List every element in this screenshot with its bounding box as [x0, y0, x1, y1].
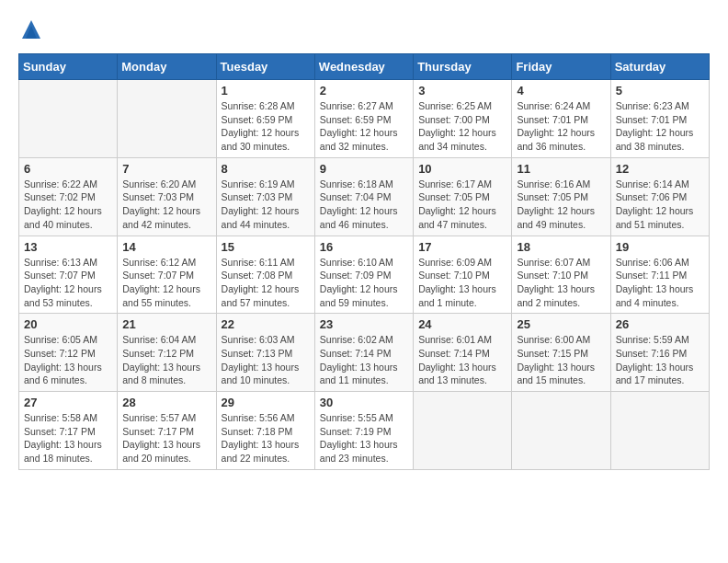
day-number: 29	[222, 396, 310, 409]
calendar-cell: 11Sunrise: 6:16 AMSunset: 7:05 PMDayligh…	[512, 157, 610, 236]
day-number: 23	[320, 317, 408, 331]
day-info: Sunrise: 6:04 AMSunset: 7:12 PMDaylight:…	[122, 333, 210, 387]
logo-icon	[18, 18, 44, 44]
calendar-cell: 7Sunrise: 6:20 AMSunset: 7:03 PMDaylight…	[118, 157, 216, 236]
calendar-cell	[610, 392, 709, 470]
calendar-cell: 21Sunrise: 6:04 AMSunset: 7:12 PMDayligh…	[118, 314, 216, 392]
day-number: 16	[320, 240, 408, 254]
day-number: 11	[517, 162, 605, 176]
day-info: Sunrise: 6:09 AMSunset: 7:10 PMDaylight:…	[418, 256, 506, 310]
day-info: Sunrise: 6:13 AMSunset: 7:07 PMDaylight:…	[24, 256, 112, 310]
day-number: 22	[222, 317, 310, 331]
calendar-week-row: 13Sunrise: 6:13 AMSunset: 7:07 PMDayligh…	[19, 236, 710, 314]
day-info: Sunrise: 6:12 AMSunset: 7:07 PMDaylight:…	[122, 256, 210, 310]
calendar-cell: 26Sunrise: 5:59 AMSunset: 7:16 PMDayligh…	[610, 314, 709, 392]
day-info: Sunrise: 6:14 AMSunset: 7:06 PMDaylight:…	[616, 178, 704, 232]
day-info: Sunrise: 6:02 AMSunset: 7:14 PMDaylight:…	[320, 333, 408, 387]
day-number: 2	[320, 84, 408, 98]
calendar-cell: 12Sunrise: 6:14 AMSunset: 7:06 PMDayligh…	[610, 157, 709, 236]
day-number: 18	[517, 240, 605, 254]
logo	[18, 18, 48, 44]
day-number: 9	[320, 162, 408, 176]
day-number: 24	[418, 317, 506, 331]
col-friday: Friday	[512, 54, 610, 80]
day-number: 14	[122, 240, 210, 254]
day-number: 19	[616, 240, 704, 254]
day-number: 21	[122, 317, 210, 331]
calendar-cell: 23Sunrise: 6:02 AMSunset: 7:14 PMDayligh…	[314, 314, 413, 392]
col-thursday: Thursday	[414, 54, 512, 80]
calendar-cell	[414, 392, 512, 470]
col-tuesday: Tuesday	[216, 54, 314, 80]
day-info: Sunrise: 6:06 AMSunset: 7:11 PMDaylight:…	[616, 256, 704, 310]
day-number: 6	[24, 162, 112, 176]
day-number: 25	[517, 317, 605, 331]
calendar-cell: 20Sunrise: 6:05 AMSunset: 7:12 PMDayligh…	[19, 314, 118, 392]
col-wednesday: Wednesday	[314, 54, 413, 80]
day-info: Sunrise: 6:24 AMSunset: 7:01 PMDaylight:…	[517, 99, 605, 154]
day-info: Sunrise: 6:16 AMSunset: 7:05 PMDaylight:…	[517, 178, 605, 232]
day-number: 20	[24, 317, 112, 331]
day-info: Sunrise: 6:19 AMSunset: 7:03 PMDaylight:…	[222, 178, 310, 232]
page-header	[18, 18, 710, 44]
calendar-week-row: 6Sunrise: 6:22 AMSunset: 7:02 PMDaylight…	[19, 157, 710, 236]
day-number: 7	[122, 162, 210, 176]
day-number: 17	[418, 240, 506, 254]
calendar-cell	[512, 392, 610, 470]
calendar-week-row: 20Sunrise: 6:05 AMSunset: 7:12 PMDayligh…	[19, 314, 710, 392]
day-number: 3	[418, 84, 506, 98]
calendar-cell: 28Sunrise: 5:57 AMSunset: 7:17 PMDayligh…	[118, 392, 216, 470]
calendar-cell: 4Sunrise: 6:24 AMSunset: 7:01 PMDaylight…	[512, 80, 610, 158]
day-number: 15	[222, 240, 310, 254]
calendar-cell: 19Sunrise: 6:06 AMSunset: 7:11 PMDayligh…	[610, 236, 709, 314]
col-monday: Monday	[118, 54, 216, 80]
day-info: Sunrise: 6:20 AMSunset: 7:03 PMDaylight:…	[122, 178, 210, 232]
calendar-cell: 15Sunrise: 6:11 AMSunset: 7:08 PMDayligh…	[216, 236, 314, 314]
calendar-cell: 29Sunrise: 5:56 AMSunset: 7:18 PMDayligh…	[216, 392, 314, 470]
day-number: 27	[24, 396, 112, 409]
day-info: Sunrise: 6:11 AMSunset: 7:08 PMDaylight:…	[222, 256, 310, 310]
calendar-cell: 10Sunrise: 6:17 AMSunset: 7:05 PMDayligh…	[414, 157, 512, 236]
calendar-cell: 16Sunrise: 6:10 AMSunset: 7:09 PMDayligh…	[314, 236, 413, 314]
calendar-cell: 27Sunrise: 5:58 AMSunset: 7:17 PMDayligh…	[19, 392, 118, 470]
calendar-cell	[19, 80, 118, 158]
calendar-cell: 5Sunrise: 6:23 AMSunset: 7:01 PMDaylight…	[610, 80, 709, 158]
day-info: Sunrise: 5:56 AMSunset: 7:18 PMDaylight:…	[222, 411, 310, 465]
day-info: Sunrise: 6:23 AMSunset: 7:01 PMDaylight:…	[616, 99, 704, 154]
calendar-header-row: Sunday Monday Tuesday Wednesday Thursday…	[19, 54, 710, 80]
calendar-cell: 8Sunrise: 6:19 AMSunset: 7:03 PMDaylight…	[216, 157, 314, 236]
calendar-cell: 6Sunrise: 6:22 AMSunset: 7:02 PMDaylight…	[19, 157, 118, 236]
calendar-week-row: 1Sunrise: 6:28 AMSunset: 6:59 PMDaylight…	[19, 80, 710, 158]
day-number: 26	[616, 317, 704, 331]
day-number: 5	[616, 84, 704, 98]
day-info: Sunrise: 5:58 AMSunset: 7:17 PMDaylight:…	[24, 411, 112, 465]
day-info: Sunrise: 6:27 AMSunset: 6:59 PMDaylight:…	[320, 99, 408, 154]
day-info: Sunrise: 6:00 AMSunset: 7:15 PMDaylight:…	[517, 333, 605, 387]
calendar-cell: 18Sunrise: 6:07 AMSunset: 7:10 PMDayligh…	[512, 236, 610, 314]
day-number: 4	[517, 84, 605, 98]
day-info: Sunrise: 6:03 AMSunset: 7:13 PMDaylight:…	[222, 333, 310, 387]
calendar-cell: 14Sunrise: 6:12 AMSunset: 7:07 PMDayligh…	[118, 236, 216, 314]
calendar-cell: 17Sunrise: 6:09 AMSunset: 7:10 PMDayligh…	[414, 236, 512, 314]
calendar-cell: 13Sunrise: 6:13 AMSunset: 7:07 PMDayligh…	[19, 236, 118, 314]
day-info: Sunrise: 6:22 AMSunset: 7:02 PMDaylight:…	[24, 178, 112, 232]
calendar-cell: 2Sunrise: 6:27 AMSunset: 6:59 PMDaylight…	[314, 80, 413, 158]
calendar-cell: 3Sunrise: 6:25 AMSunset: 7:00 PMDaylight…	[414, 80, 512, 158]
day-number: 30	[320, 396, 408, 409]
calendar-cell: 1Sunrise: 6:28 AMSunset: 6:59 PMDaylight…	[216, 80, 314, 158]
day-number: 12	[616, 162, 704, 176]
day-info: Sunrise: 5:55 AMSunset: 7:19 PMDaylight:…	[320, 411, 408, 465]
col-sunday: Sunday	[19, 54, 118, 80]
calendar-cell: 30Sunrise: 5:55 AMSunset: 7:19 PMDayligh…	[314, 392, 413, 470]
calendar-week-row: 27Sunrise: 5:58 AMSunset: 7:17 PMDayligh…	[19, 392, 710, 470]
day-number: 8	[222, 162, 310, 176]
day-info: Sunrise: 5:57 AMSunset: 7:17 PMDaylight:…	[122, 411, 210, 465]
day-info: Sunrise: 6:05 AMSunset: 7:12 PMDaylight:…	[24, 333, 112, 387]
day-info: Sunrise: 6:10 AMSunset: 7:09 PMDaylight:…	[320, 256, 408, 310]
day-info: Sunrise: 6:17 AMSunset: 7:05 PMDaylight:…	[418, 178, 506, 232]
col-saturday: Saturday	[610, 54, 709, 80]
day-info: Sunrise: 5:59 AMSunset: 7:16 PMDaylight:…	[616, 333, 704, 387]
calendar-cell: 25Sunrise: 6:00 AMSunset: 7:15 PMDayligh…	[512, 314, 610, 392]
day-info: Sunrise: 6:25 AMSunset: 7:00 PMDaylight:…	[418, 99, 506, 154]
day-number: 13	[24, 240, 112, 254]
